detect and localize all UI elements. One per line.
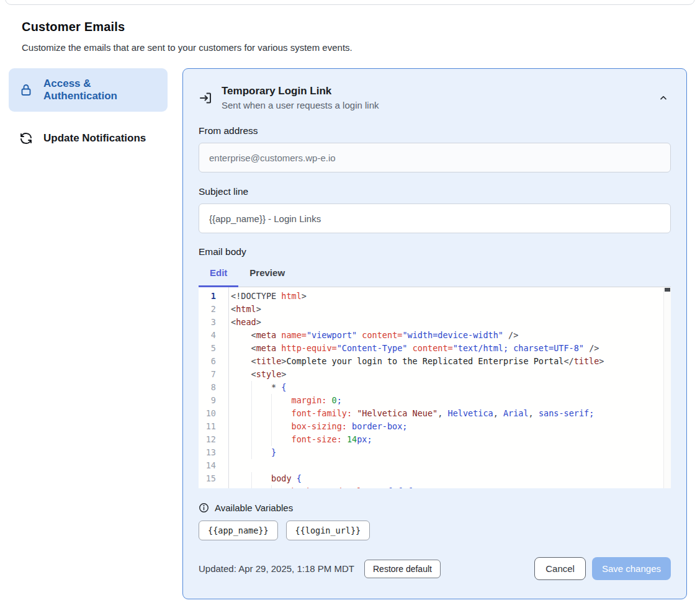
code-line: 15body {	[199, 472, 671, 485]
cancel-button[interactable]: Cancel	[534, 557, 586, 580]
lock-icon	[19, 83, 34, 97]
subject-line-label: Subject line	[199, 186, 671, 197]
code-line: 1<!DOCTYPE html>	[199, 290, 671, 303]
code-line: 16background-color: #fafafa;	[199, 485, 671, 488]
panel-footer: Updated: Apr 29, 2025, 1:18 PM MDT Resto…	[199, 557, 671, 580]
code-content: <!DOCTYPE html>	[228, 290, 307, 303]
code-content: box-sizing: border-box;	[228, 420, 407, 433]
code-line: 2<html>	[199, 303, 671, 316]
line-number: 4	[199, 329, 228, 342]
sidebar-item-label: Access & Authentication	[43, 78, 158, 102]
line-number: 8	[199, 381, 228, 394]
code-content: font-family: "Helvetica Neue", Helvetica…	[228, 407, 594, 420]
restore-default-button[interactable]: Restore default	[364, 560, 441, 578]
code-line: 3<head>	[199, 316, 671, 329]
code-line: 8* {	[199, 381, 671, 394]
code-content: <style>	[228, 368, 286, 381]
code-editor[interactable]: 1<!DOCTYPE html>2<html>3<head>4<meta nam…	[199, 287, 671, 488]
code-content: <title>Complete your login to the Replic…	[228, 355, 604, 368]
sidebar-item-update-notifications[interactable]: Update Notifications	[9, 122, 168, 155]
page-title: Customer Emails	[22, 20, 678, 34]
line-number: 12	[199, 433, 228, 446]
code-content: <meta name="viewport" content="width=dev…	[228, 329, 518, 342]
panel-subtitle: Sent when a user requests a login link	[222, 100, 379, 110]
code-content: }	[228, 446, 276, 459]
line-number: 9	[199, 394, 228, 407]
panel-title: Temporary Login Link	[222, 85, 379, 97]
line-number: 6	[199, 355, 228, 368]
line-number: 16	[199, 485, 228, 488]
line-number: 13	[199, 446, 228, 459]
code-line: 5<meta http-equiv="Content-Type" content…	[199, 342, 671, 355]
line-number: 5	[199, 342, 228, 355]
save-changes-button[interactable]: Save changes	[592, 557, 671, 580]
editor-scrollbar-thumb[interactable]	[665, 288, 670, 292]
line-number: 14	[199, 459, 228, 472]
editor-scrollbar	[663, 288, 671, 488]
code-line: 7<style>	[199, 368, 671, 381]
line-number: 11	[199, 420, 228, 433]
code-line: 9margin: 0;	[199, 394, 671, 407]
code-line: 14	[199, 459, 671, 472]
line-number: 2	[199, 303, 228, 316]
email-body-tabbar: EditPreview	[199, 267, 671, 287]
code-line: 13}	[199, 446, 671, 459]
chevron-up-icon	[658, 93, 668, 103]
code-line: 12font-size: 14px;	[199, 433, 671, 446]
gutter-divider	[228, 287, 229, 488]
available-variables-label: Available Variables	[215, 503, 293, 513]
code-content: <head>	[228, 316, 261, 329]
code-line: 10font-family: "Helvetica Neue", Helveti…	[199, 407, 671, 420]
code-content: <meta http-equiv="Content-Type" content=…	[228, 342, 599, 355]
refresh-icon	[19, 131, 34, 146]
page-subtitle: Customize the emails that are sent to yo…	[22, 42, 678, 53]
line-number: 15	[199, 472, 228, 485]
from-address-label: From address	[199, 125, 671, 136]
email-body-label: Email body	[199, 246, 671, 257]
sidebar-item-access-authentication[interactable]: Access & Authentication	[9, 68, 168, 112]
from-address-input[interactable]	[199, 143, 671, 172]
variable-chip[interactable]: {{app_name}}	[199, 521, 278, 540]
code-content: margin: 0;	[228, 394, 342, 407]
line-number: 3	[199, 316, 228, 329]
subject-line-input[interactable]	[199, 203, 671, 233]
code-line: 11box-sizing: border-box;	[199, 420, 671, 433]
login-icon	[199, 91, 213, 105]
code-content: <html>	[228, 303, 261, 316]
sidebar: Access & AuthenticationUpdate Notificati…	[9, 68, 168, 155]
line-number: 1	[199, 290, 228, 303]
tab-edit[interactable]: Edit	[199, 267, 238, 287]
page-header: Customer Emails Customize the emails tha…	[22, 20, 678, 53]
line-number: 7	[199, 368, 228, 381]
email-template-panel: Temporary Login Link Sent when a user re…	[182, 68, 687, 599]
available-variables-row: Available Variables	[199, 503, 671, 513]
code-line: 4<meta name="viewport" content="width=de…	[199, 329, 671, 342]
updated-timestamp: Updated: Apr 29, 2025, 1:18 PM MDT	[199, 563, 354, 574]
variable-chip[interactable]: {{login_url}}	[286, 521, 370, 540]
code-content: body {	[228, 472, 302, 485]
collapse-section-button[interactable]	[656, 91, 671, 105]
code-content: * {	[228, 381, 286, 394]
line-number: 10	[199, 407, 228, 420]
variable-chips: {{app_name}}{{login_url}}	[199, 521, 671, 540]
code-content: background-color: #fafafa;	[228, 485, 423, 488]
code-line: 6<title>Complete your login to the Repli…	[199, 355, 671, 368]
sidebar-item-label: Update Notifications	[43, 132, 146, 145]
code-content: font-size: 14px;	[228, 433, 372, 446]
code-lines: 1<!DOCTYPE html>2<html>3<head>4<meta nam…	[199, 287, 671, 488]
previous-card-bottom-edge	[5, 0, 695, 5]
panel-header: Temporary Login Link Sent when a user re…	[199, 85, 671, 110]
info-icon	[199, 503, 209, 513]
tab-preview[interactable]: Preview	[238, 267, 296, 287]
